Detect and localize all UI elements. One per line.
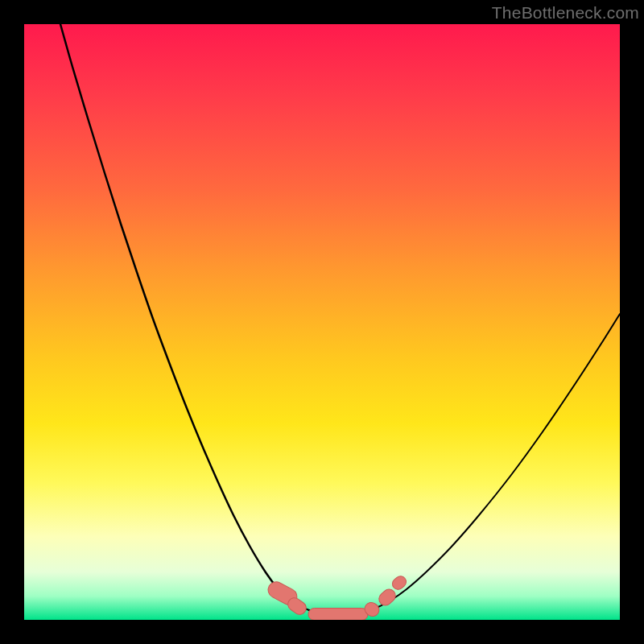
valley-marker-4	[376, 587, 398, 609]
series-right-curve	[378, 314, 620, 607]
series-group	[60, 24, 620, 614]
watermark-text: TheBottleneck.com	[492, 3, 639, 23]
outer-frame: TheBottleneck.com	[0, 0, 644, 644]
series-left-curve	[60, 24, 302, 607]
plot-area	[24, 24, 620, 620]
markers-group	[266, 574, 409, 620]
valley-marker-2	[308, 609, 368, 621]
chart-svg	[24, 24, 620, 620]
